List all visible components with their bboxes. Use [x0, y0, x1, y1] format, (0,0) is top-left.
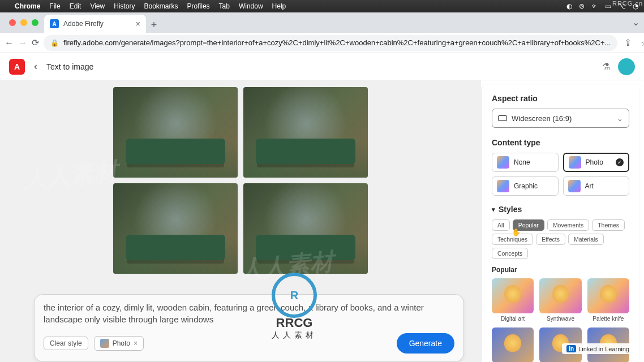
- menu-bookmarks[interactable]: Bookmarks: [144, 2, 178, 10]
- app-header: A ‹ Text to image ⚗: [0, 53, 644, 80]
- window-controls: [3, 19, 44, 26]
- preset-thumb: [587, 327, 629, 362]
- menu-window[interactable]: Window: [239, 2, 263, 10]
- settings-sidebar: Aspect ratio Widescreen (16:9) ⌄ Content…: [481, 85, 639, 362]
- content-type-photo[interactable]: Photo ✓: [563, 153, 630, 172]
- preset-thumb: [539, 278, 581, 313]
- style-preset[interactable]: [587, 327, 629, 362]
- site-watermark: RRCG.cn: [612, 0, 643, 7]
- ct-thumb-icon: [569, 156, 581, 169]
- aspect-ratio-label: Aspect ratio: [492, 94, 629, 103]
- mac-menubar: Chrome File Edit View History Bookmarks …: [0, 0, 644, 12]
- active-app-name[interactable]: Chrome: [15, 2, 40, 10]
- maximize-window-button[interactable]: [32, 19, 38, 26]
- clear-style-button[interactable]: Clear style: [44, 337, 88, 350]
- popular-label: Popular: [492, 266, 629, 274]
- wifi-icon-2[interactable]: ᯤ: [591, 2, 598, 10]
- style-preset[interactable]: [492, 327, 534, 362]
- beaker-icon[interactable]: ⚗: [602, 61, 610, 72]
- aspect-ratio-value: Widescreen (16:9): [512, 114, 572, 123]
- style-chip-photo[interactable]: Photo ×: [94, 336, 144, 351]
- tabs-dropdown-icon[interactable]: ⌄: [632, 17, 639, 28]
- style-tab-effects[interactable]: Effects: [536, 234, 565, 245]
- wifi-icon[interactable]: ⊚: [579, 2, 585, 10]
- generated-image-4[interactable]: [243, 183, 368, 274]
- forward-button[interactable]: →: [18, 35, 27, 51]
- content-type-label: Content type: [492, 138, 629, 147]
- generate-button[interactable]: Generate: [397, 333, 454, 354]
- minimize-window-button[interactable]: [20, 19, 27, 26]
- check-icon: ✓: [616, 158, 624, 166]
- bookmark-icon[interactable]: ☆: [639, 37, 644, 49]
- menu-view[interactable]: View: [90, 2, 105, 10]
- generated-image-3[interactable]: [113, 183, 238, 274]
- close-window-button[interactable]: [9, 19, 16, 26]
- ct-thumb-icon: [497, 156, 509, 169]
- generated-image-2[interactable]: [243, 87, 368, 178]
- tab-title: Adobe Firefly: [63, 20, 104, 28]
- preset-thumb: [492, 327, 534, 362]
- style-tab-popular[interactable]: Popular: [513, 219, 544, 231]
- page-title: Text to image: [46, 62, 93, 71]
- menu-help[interactable]: Help: [272, 2, 286, 10]
- user-avatar[interactable]: [618, 58, 635, 75]
- share-icon[interactable]: ⇪: [622, 37, 633, 49]
- style-presets-row1: Digital art Synthwave Palette knife: [492, 278, 629, 322]
- style-tabs: All Popular Movements Themes Techniques …: [492, 219, 629, 259]
- browser-tab[interactable]: A Adobe Firefly ×: [44, 15, 146, 33]
- menu-edit[interactable]: Edit: [70, 2, 81, 10]
- aspect-ratio-icon: [498, 115, 507, 121]
- browser-window: A Adobe Firefly × + ⌄ ← → ⟳ 🔒 firefly.ad…: [0, 12, 644, 362]
- menu-history[interactable]: History: [114, 2, 135, 10]
- styles-section-toggle[interactable]: ▾ Styles: [492, 205, 629, 214]
- preset-thumb: [492, 278, 534, 313]
- address-bar[interactable]: 🔒 firefly.adobe.com/generate/images?prom…: [44, 35, 617, 51]
- menu-profiles[interactable]: Profiles: [187, 2, 210, 10]
- content-type-grid: None Photo ✓ Graphic Art: [492, 153, 629, 196]
- content-type-graphic[interactable]: Graphic: [492, 176, 559, 196]
- menu-tab[interactable]: Tab: [219, 2, 230, 10]
- main-area: 人人素材 人人素材 the interior of a cozy, dimly …: [0, 80, 644, 362]
- chevron-down-icon: ▾: [492, 206, 495, 213]
- style-tab-all[interactable]: All: [492, 219, 510, 231]
- tab-favicon: A: [50, 19, 59, 28]
- status-icon[interactable]: ◐: [566, 2, 572, 10]
- battery-icon[interactable]: ▭: [605, 2, 611, 10]
- prompt-bar: the interior of a cozy, dimly lit, woode…: [34, 294, 464, 362]
- prompt-input[interactable]: the interior of a cozy, dimly lit, woode…: [44, 301, 454, 325]
- style-tab-concepts[interactable]: Concepts: [492, 248, 528, 259]
- tab-strip: A Adobe Firefly × + ⌄: [0, 12, 644, 33]
- image-results-grid: [0, 87, 481, 274]
- style-preset-palette-knife[interactable]: Palette knife: [587, 278, 629, 322]
- canvas-area: 人人素材 人人素材 the interior of a cozy, dimly …: [0, 80, 481, 362]
- ct-thumb-icon: [568, 180, 581, 192]
- back-button[interactable]: ←: [5, 35, 14, 51]
- adobe-logo[interactable]: A: [9, 59, 25, 75]
- close-tab-icon[interactable]: ×: [136, 19, 140, 28]
- style-tab-themes[interactable]: Themes: [592, 219, 625, 231]
- lock-icon: 🔒: [50, 39, 59, 47]
- url-text: firefly.adobe.com/generate/images?prompt…: [63, 38, 611, 47]
- content-type-art[interactable]: Art: [563, 176, 630, 196]
- generated-image-1[interactable]: [113, 87, 238, 178]
- preset-thumb: [587, 278, 629, 313]
- aspect-ratio-select[interactable]: Widescreen (16:9) ⌄: [492, 109, 629, 128]
- content-type-none[interactable]: None: [492, 153, 559, 172]
- menu-file[interactable]: File: [49, 2, 60, 10]
- back-chevron-icon[interactable]: ‹: [34, 61, 37, 72]
- style-chip-thumb: [100, 339, 109, 348]
- ct-thumb-icon: [497, 180, 509, 192]
- style-preset[interactable]: [539, 327, 581, 362]
- browser-toolbar: ← → ⟳ 🔒 firefly.adobe.com/generate/image…: [0, 33, 644, 53]
- style-preset-synthwave[interactable]: Synthwave: [539, 278, 581, 322]
- style-tab-techniques[interactable]: Techniques: [492, 234, 533, 245]
- style-presets-row2: [492, 327, 629, 362]
- style-preset-digital-art[interactable]: Digital art: [492, 278, 534, 322]
- style-tab-movements[interactable]: Movements: [547, 219, 589, 231]
- preset-thumb: [539, 327, 581, 362]
- new-tab-button[interactable]: +: [146, 17, 162, 33]
- remove-style-icon[interactable]: ×: [134, 339, 138, 347]
- chevron-down-icon: ⌄: [617, 114, 623, 123]
- style-tab-materials[interactable]: Materials: [568, 234, 604, 245]
- reload-button[interactable]: ⟳: [32, 35, 39, 51]
